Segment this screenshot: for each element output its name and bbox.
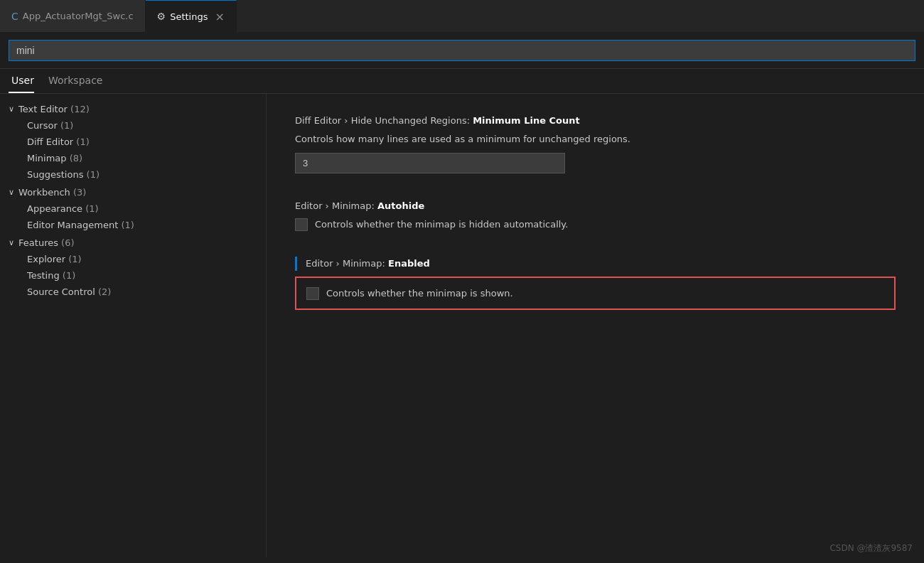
testing-label: Testing (1) <box>27 270 75 281</box>
appearance-count: (1) <box>85 203 98 214</box>
chevron-down-icon-features: ∨ <box>9 238 14 247</box>
close-icon[interactable]: × <box>215 10 224 23</box>
suggestions-count: (1) <box>87 169 100 180</box>
diff-editor-min-line-count-desc: Controls how many lines are used as a mi… <box>295 132 896 146</box>
editor-management-count: (1) <box>121 220 134 230</box>
search-input[interactable] <box>9 40 915 61</box>
features-label: Features (6) <box>18 237 74 248</box>
appearance-label: Appearance (1) <box>27 203 99 214</box>
diff-editor-min-line-count-title: Diff Editor › Hide Unchanged Regions: Mi… <box>295 114 896 128</box>
text-editor-group-header[interactable]: ∨ Text Editor (12) <box>0 101 266 117</box>
chevron-down-icon-workbench: ∨ <box>9 188 14 197</box>
sidebar-item-diff-editor[interactable]: Diff Editor (1) <box>0 134 266 150</box>
source-control-count: (2) <box>98 286 111 297</box>
workbench-group-header[interactable]: ∨ Workbench (3) <box>0 184 266 200</box>
explorer-label: Explorer (1) <box>27 254 82 264</box>
suggestions-label: Suggestions (1) <box>27 169 100 180</box>
minimap-autohide-desc: Controls whether the minimap is hidden a… <box>315 218 568 232</box>
minimap-autohide-title: Editor › Minimap: Autohide <box>295 199 896 213</box>
sidebar-item-source-control[interactable]: Source Control (2) <box>0 284 266 300</box>
minimap-count: (8) <box>70 153 82 163</box>
editor-management-label: Editor Management (1) <box>27 220 134 230</box>
sidebar-item-explorer[interactable]: Explorer (1) <box>0 251 266 267</box>
settings-tab-label: Settings <box>170 11 208 22</box>
c-file-icon: C <box>11 11 18 22</box>
diff-editor-label: Diff Editor (1) <box>27 136 90 147</box>
sidebar-item-minimap[interactable]: Minimap (8) <box>0 150 266 166</box>
sidebar-item-editor-management[interactable]: Editor Management (1) <box>0 217 266 233</box>
settings-content: Diff Editor › Hide Unchanged Regions: Mi… <box>267 94 924 557</box>
workbench-count: (3) <box>73 187 86 198</box>
source-control-label: Source Control (2) <box>27 286 111 297</box>
sidebar-item-suggestions[interactable]: Suggestions (1) <box>0 166 266 183</box>
minimap-label: Minimap (8) <box>27 153 82 163</box>
features-group-header[interactable]: ∨ Features (6) <box>0 235 266 251</box>
minimap-enabled-checkbox[interactable] <box>306 287 319 300</box>
workbench-section: ∨ Workbench (3) Appearance (1) Editor Ma… <box>0 184 266 233</box>
main-layout: ∨ Text Editor (12) Cursor (1) Diff Edito… <box>0 94 924 557</box>
sidebar-item-cursor[interactable]: Cursor (1) <box>0 117 266 134</box>
minimap-autohide-checkbox[interactable] <box>295 218 308 231</box>
watermark: CSDN @渣渣灰9587 <box>829 542 913 554</box>
minimap-enabled-entry: Editor › Minimap: Enabled Controls wheth… <box>295 257 896 310</box>
sidebar-item-testing[interactable]: Testing (1) <box>0 267 266 284</box>
tab-bar: C App_ActuatorMgt_Swc.c ⚙ Settings × <box>0 0 924 33</box>
minimap-autohide-entry: Editor › Minimap: Autohide Controls whet… <box>295 199 896 231</box>
cursor-count: (1) <box>60 120 73 131</box>
diff-editor-min-line-count-entry: Diff Editor › Hide Unchanged Regions: Mi… <box>295 114 896 173</box>
search-bar-container <box>0 33 924 69</box>
minimap-enabled-desc: Controls whether the minimap is shown. <box>326 286 513 301</box>
file-tab[interactable]: C App_ActuatorMgt_Swc.c <box>0 0 146 32</box>
tab-workspace-label: Workspace <box>48 75 103 86</box>
features-section: ∨ Features (6) Explorer (1) Testing (1) … <box>0 235 266 300</box>
tab-user-label: User <box>11 75 34 86</box>
settings-icon: ⚙ <box>157 11 166 22</box>
text-editor-count: (12) <box>70 104 90 114</box>
minimap-enabled-highlight: Controls whether the minimap is shown. <box>295 277 896 311</box>
minimap-autohide-row: Controls whether the minimap is hidden a… <box>295 218 896 232</box>
diff-editor-min-line-count-input[interactable] <box>295 153 565 173</box>
minimap-autohide-bold: Autohide <box>377 200 424 211</box>
text-editor-section: ∨ Text Editor (12) Cursor (1) Diff Edito… <box>0 101 266 183</box>
file-tab-label: App_ActuatorMgt_Swc.c <box>23 11 134 21</box>
diff-editor-count: (1) <box>76 136 89 147</box>
text-editor-label: Text Editor (12) <box>18 104 90 114</box>
features-count: (6) <box>61 237 74 248</box>
sidebar-item-appearance[interactable]: Appearance (1) <box>0 200 266 217</box>
chevron-down-icon: ∨ <box>9 104 14 114</box>
minimap-enabled-accent-bar: Editor › Minimap: Enabled <box>295 257 896 271</box>
sidebar: ∨ Text Editor (12) Cursor (1) Diff Edito… <box>0 94 267 557</box>
tab-workspace[interactable]: Workspace <box>45 69 114 93</box>
workbench-label: Workbench (3) <box>18 187 86 198</box>
testing-count: (1) <box>63 270 75 281</box>
cursor-label: Cursor (1) <box>27 120 73 131</box>
tab-user[interactable]: User <box>9 69 45 93</box>
settings-tabs-bar: User Workspace <box>0 69 924 94</box>
explorer-count: (1) <box>68 254 81 264</box>
diff-editor-min-line-count-bold: Minimum Line Count <box>473 115 580 126</box>
minimap-enabled-bold: Enabled <box>388 258 430 269</box>
settings-tab[interactable]: ⚙ Settings × <box>146 0 237 32</box>
minimap-enabled-title: Editor › Minimap: Enabled <box>306 257 896 271</box>
